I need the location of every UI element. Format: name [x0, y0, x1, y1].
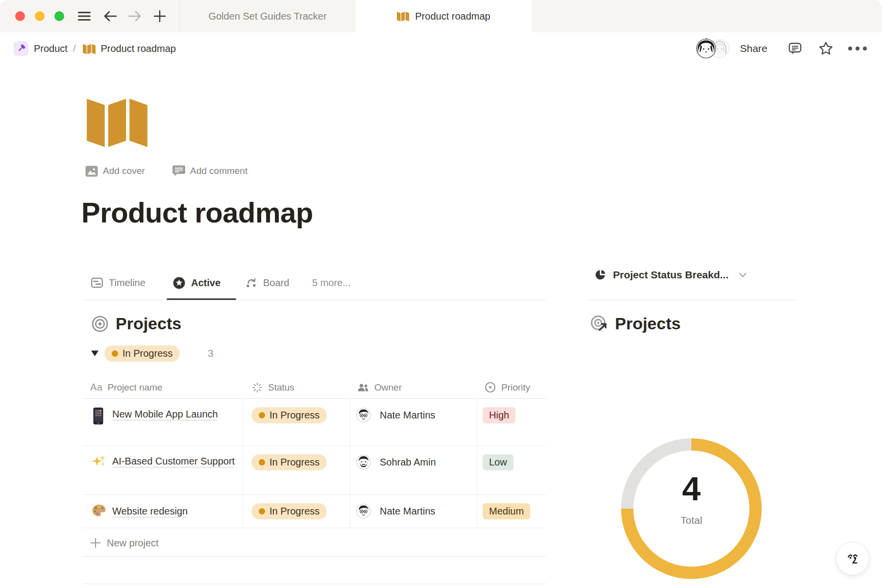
group-toggle[interactable] — [91, 350, 99, 357]
new-tab-button[interactable] — [151, 0, 169, 32]
donut-total-value: 4 — [642, 469, 740, 508]
section-divider — [83, 556, 546, 557]
notion-ai-button[interactable] — [836, 542, 869, 575]
comment-icon — [172, 165, 185, 177]
page-title[interactable]: Product roadmap — [81, 196, 313, 229]
table-border — [83, 528, 546, 528]
spinner-icon — [251, 382, 263, 393]
browser-chrome: Golden Set Guides Tracker Product roadma… — [0, 0, 882, 32]
priority-pill[interactable]: Low — [483, 454, 514, 470]
triangle-down-icon — [91, 350, 99, 357]
star-circle-icon — [172, 276, 186, 290]
sidebar-menu-button[interactable] — [76, 0, 93, 32]
traffic-light-close[interactable] — [15, 11, 25, 21]
column-header-name[interactable]: Aa Project name — [90, 376, 162, 398]
page-header: Product / Product roadmap — [0, 32, 882, 65]
browser-tab-golden-set-guides[interactable]: Golden Set Guides Tracker — [180, 0, 355, 32]
column-header-owner[interactable]: Owner — [357, 376, 402, 398]
map-icon-large — [86, 96, 148, 147]
view-tab-label: Board — [263, 277, 289, 289]
owner-avatar-nate — [356, 504, 371, 518]
traffic-light-zoom[interactable] — [54, 11, 64, 21]
group-count: 3 — [208, 347, 214, 359]
timeline-icon — [91, 276, 103, 289]
section-divider — [83, 584, 546, 584]
add-comment-label: Add comment — [190, 166, 247, 176]
column-header-priority[interactable]: Priority — [484, 376, 530, 398]
status-dot — [112, 350, 118, 357]
mobile-phone-icon — [93, 407, 103, 425]
browser-tab-product-roadmap[interactable]: Product roadmap — [356, 0, 532, 32]
add-comment-button[interactable]: Add comment — [172, 164, 247, 178]
chart-tab-divider — [586, 300, 798, 300]
project-name-link[interactable]: New Mobile App Launch — [112, 405, 236, 424]
new-project-button[interactable]: New project — [90, 534, 159, 552]
avatar-group — [694, 37, 733, 60]
chevron-down-icon[interactable] — [738, 270, 748, 280]
browser-tab-label: Product roadmap — [415, 11, 490, 22]
view-tab-timeline[interactable]: Timeline — [91, 272, 146, 293]
chart-view-tab[interactable]: Project Status Breakd... — [594, 269, 748, 281]
comment-icon — [787, 41, 803, 56]
map-icon — [397, 11, 409, 22]
project-name-link[interactable]: AI-Based Customer Support — [112, 452, 236, 471]
palette-icon — [92, 504, 106, 517]
view-tab-label: Active — [191, 277, 220, 289]
view-tab-active[interactable]: Active — [172, 272, 220, 293]
presence-avatars[interactable] — [693, 32, 734, 65]
breadcrumb-current[interactable]: Product roadmap — [101, 43, 176, 54]
priority-pill[interactable]: High — [483, 407, 515, 423]
ellipsis-icon — [848, 46, 867, 51]
forward-button[interactable] — [126, 0, 143, 32]
group-label: In Progress — [122, 348, 172, 359]
priority-pill[interactable]: Medium — [483, 503, 530, 519]
project-name-link[interactable]: Website redesign — [112, 502, 259, 521]
board-icon — [245, 276, 258, 289]
chart-section-header: Projects — [590, 314, 681, 333]
view-tab-board[interactable]: Board — [245, 272, 289, 293]
back-button[interactable] — [102, 0, 119, 32]
table-border — [477, 398, 477, 528]
column-header-status[interactable]: Status — [251, 376, 294, 398]
product-teamspace-icon[interactable] — [14, 41, 28, 56]
plus-icon — [153, 10, 166, 23]
status-pill[interactable]: In Progress — [251, 407, 327, 423]
owner-name[interactable]: Nate Martins — [380, 410, 435, 421]
views-divider — [83, 300, 546, 300]
ai-face-icon — [843, 549, 862, 568]
projects-db-title[interactable]: Projects — [116, 314, 181, 333]
chart-db-title[interactable]: Projects — [615, 314, 681, 333]
status-dot — [259, 508, 265, 514]
traffic-light-minimize[interactable] — [35, 11, 45, 21]
page-icon[interactable] — [86, 96, 148, 147]
hamburger-icon — [78, 11, 91, 21]
status-pill[interactable]: In Progress — [251, 503, 327, 519]
view-tab-label: Timeline — [109, 277, 146, 289]
projects-section-header: Projects — [91, 314, 181, 333]
breadcrumb: Product / Product roadmap — [14, 32, 176, 65]
breadcrumb-root[interactable]: Product — [34, 43, 68, 54]
status-pill[interactable]: In Progress — [251, 454, 327, 470]
add-cover-label: Add cover — [103, 166, 145, 176]
comments-button[interactable] — [783, 32, 807, 65]
more-options-button[interactable] — [844, 32, 871, 65]
owner-name[interactable]: Sohrab Amin — [380, 457, 436, 468]
text-type-icon: Aa — [90, 382, 102, 393]
sparkles-icon — [92, 454, 106, 468]
donut-total-label: Total — [642, 514, 740, 526]
view-tab-more-label: 5 more... — [312, 277, 351, 289]
image-icon — [85, 166, 98, 177]
hammer-icon — [16, 44, 26, 53]
pie-chart-icon — [594, 269, 607, 281]
add-cover-button[interactable]: Add cover — [85, 164, 145, 178]
share-button[interactable]: Share — [734, 32, 773, 65]
view-tab-more[interactable]: 5 more... — [312, 272, 351, 293]
back-arrow-icon — [103, 10, 117, 22]
target-arrow-icon — [590, 315, 609, 333]
owner-name[interactable]: Nate Martins — [380, 506, 435, 517]
group-status-pill[interactable]: In Progress — [104, 345, 180, 362]
priority-icon — [484, 381, 496, 393]
favorite-button[interactable] — [813, 32, 838, 65]
bullseye-icon — [91, 315, 109, 333]
owner-avatar-nate — [356, 408, 371, 422]
